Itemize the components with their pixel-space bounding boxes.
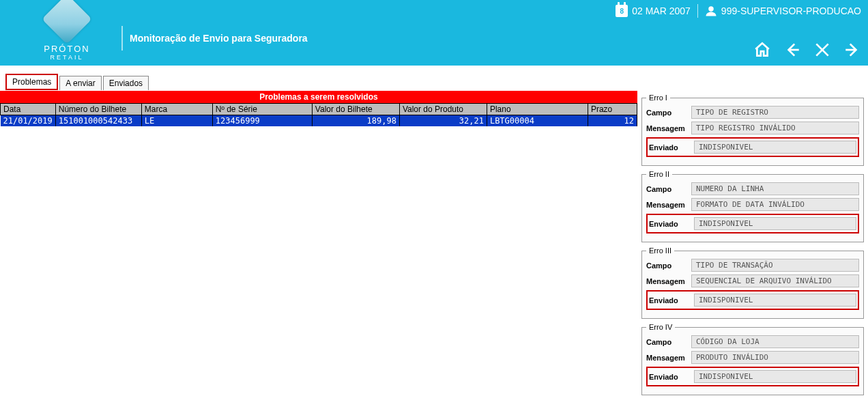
problem-grid-pane: Problemas a serem resolvidos Data Número… [0,91,637,126]
error-label-mensagem: Mensagem [646,201,687,209]
error-group-2: Erro IICampoNUMERO DA LINHAMensagemFORMA… [641,170,864,242]
error-label-campo: Campo [646,338,687,346]
col-serie[interactable]: Nº de Série [212,104,312,115]
brand-logo: PRÓTON RETAIL [40,1,94,61]
error-row-mensagem: MensagemFORMATO DE DATA INVÁLIDO [646,198,859,211]
cell-valor-bilhete: 189,98 [312,115,399,127]
table-header-row: Data Número do Bilhete Marca Nº de Série… [1,104,637,115]
error-row-enviado: EnviadoINDISPONIVEL [646,290,859,310]
error-row-campo: CampoTIPO DE TRANSAÇÃO [646,259,859,272]
error-label-campo: Campo [646,109,687,117]
separator [697,4,698,18]
col-plano[interactable]: Plano [487,104,588,115]
cell-valor-produto: 32,21 [399,115,487,127]
col-prazo[interactable]: Prazo [588,104,637,115]
error-value-enviado: INDISPONIVEL [694,217,856,230]
error-label-enviado: Enviado [649,373,690,381]
close-icon[interactable] [813,41,831,59]
calendar-icon: 8 [616,5,628,17]
logo-icon [42,0,92,44]
tab-a-enviar[interactable]: A enviar [59,76,101,90]
grid-banner: Problemas a serem resolvidos [0,91,637,103]
tab-bar: Problemas A enviar Enviados [0,74,868,91]
page-title: Monitoração de Envio para Seguradora [130,33,308,44]
error-value-mensagem: SEQUENCIAL DE ARQUIVO INVÁLIDO [691,274,859,287]
cell-serie: 123456999 [212,115,312,127]
error-label-mensagem: Mensagem [646,124,687,132]
header-user: 999-SUPERVISOR-PRODUCAO [721,5,861,16]
cell-data: 21/01/2019 [1,115,56,127]
error-value-campo: TIPO DE REGISTRO [691,106,859,119]
error-value-enviado: INDISPONIVEL [694,370,856,383]
error-label-mensagem: Mensagem [646,354,687,362]
error-row-campo: CampoNUMERO DA LINHA [646,182,859,195]
col-data[interactable]: Data [1,104,56,115]
col-valor-bilhete[interactable]: Valor do Bilhete [312,104,399,115]
cell-numero: 151001000542433 [55,115,141,127]
error-row-enviado: EnviadoINDISPONIVEL [646,367,859,386]
error-row-mensagem: MensagemSEQUENCIAL DE ARQUIVO INVÁLIDO [646,274,859,287]
error-value-campo: TIPO DE TRANSAÇÃO [691,259,859,272]
brand-subname: RETAIL [40,54,94,61]
col-valor-produto[interactable]: Valor do Produto [399,104,487,115]
svg-point-0 [708,6,714,12]
error-value-campo: NUMERO DA LINHA [691,182,859,195]
error-row-mensagem: MensagemPRODUTO INVÁLIDO [646,351,859,364]
forward-icon[interactable] [843,41,861,59]
problem-table: Data Número do Bilhete Marca Nº de Série… [0,103,637,126]
error-label-enviado: Enviado [649,220,690,228]
error-row-enviado: EnviadoINDISPONIVEL [646,214,859,233]
header-status: 8 02 MAR 2007 999-SUPERVISOR-PRODUCAO [616,4,861,18]
error-legend: Erro IV [646,323,675,331]
cell-plano: LBTG00004 [487,115,588,127]
error-group-3: Erro IIICampoTIPO DE TRANSAÇÃOMensagemSE… [641,246,864,319]
error-legend: Erro I [646,94,670,102]
error-legend: Erro II [646,170,672,178]
error-label-enviado: Enviado [649,296,690,304]
error-value-enviado: INDISPONIVEL [694,141,856,154]
tab-enviados[interactable]: Enviados [103,76,149,90]
error-row-campo: CampoTIPO DE REGISTRO [646,106,859,119]
error-label-mensagem: Mensagem [646,277,687,285]
main-content: Problemas a serem resolvidos Data Número… [0,91,868,403]
error-value-mensagem: TIPO REGISTRO INVÁLIDO [691,122,859,134]
header-nav [753,41,861,59]
table-row[interactable]: 21/01/2019 151001000542433 LE 123456999 … [1,115,637,127]
header-date: 02 MAR 2007 [632,5,691,16]
error-label-campo: Campo [646,185,687,193]
errors-pane: Erro ICampoTIPO DE REGISTROMensagemTIPO … [637,91,868,403]
error-row-campo: CampoCÓDIGO DA LOJA [646,335,859,348]
home-icon[interactable] [753,41,771,59]
col-numero[interactable]: Número do Bilhete [55,104,141,115]
error-group-4: Erro IVCampoCÓDIGO DA LOJAMensagemPRODUT… [641,323,864,395]
error-row-mensagem: MensagemTIPO REGISTRO INVÁLIDO [646,122,859,134]
error-row-enviado: EnviadoINDISPONIVEL [646,137,859,157]
app-header: PRÓTON RETAIL Monitoração de Envio para … [0,0,868,66]
error-value-mensagem: FORMATO DE DATA INVÁLIDO [691,198,859,211]
cell-prazo: 12 [588,115,637,127]
brand-name: PRÓTON [40,44,94,54]
error-group-1: Erro ICampoTIPO DE REGISTROMensagemTIPO … [641,94,864,166]
error-label-enviado: Enviado [649,143,690,152]
error-value-campo: CÓDIGO DA LOJA [691,335,859,348]
error-legend: Erro III [646,246,674,255]
error-label-campo: Campo [646,261,687,270]
error-value-enviado: INDISPONIVEL [694,294,856,307]
cell-marca: LE [141,115,212,127]
col-marca[interactable]: Marca [141,104,212,115]
error-value-mensagem: PRODUTO INVÁLIDO [691,351,859,364]
user-icon [705,5,717,17]
back-icon[interactable] [783,41,801,59]
tab-problemas[interactable]: Problemas [5,74,58,90]
